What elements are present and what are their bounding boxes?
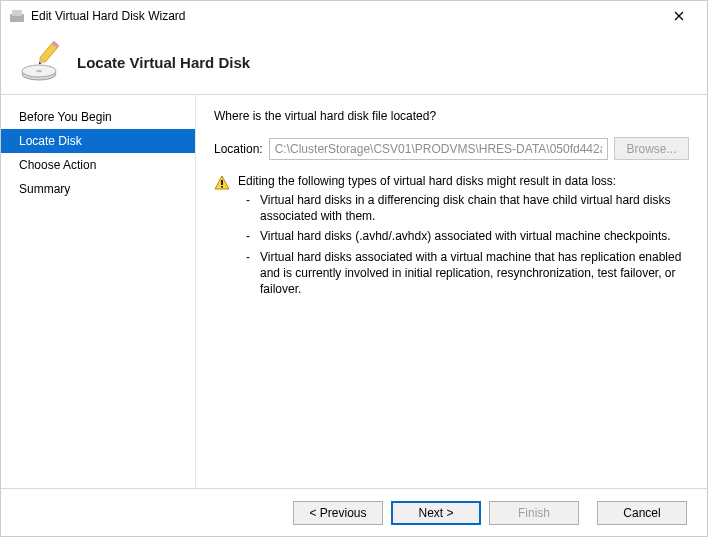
warning-item: Virtual hard disks associated with a vir… [246,249,689,298]
warning-text: Editing the following types of virtual h… [238,174,689,301]
svg-rect-10 [221,180,223,185]
wizard-footer: < Previous Next > Finish Cancel [1,488,707,536]
svg-rect-1 [12,10,22,16]
close-button[interactable] [659,2,699,30]
wizard-header: Locate Virtual Hard Disk [1,31,707,95]
app-icon [9,8,25,24]
window-title: Edit Virtual Hard Disk Wizard [31,9,659,23]
warning-item: Virtual hard disks in a differencing dis… [246,192,689,224]
warning-intro: Editing the following types of virtual h… [238,174,616,188]
warning-list: Virtual hard disks in a differencing dis… [238,192,689,297]
warning-icon [214,175,230,191]
prompt-text: Where is the virtual hard disk file loca… [214,109,689,123]
wizard-content: Where is the virtual hard disk file loca… [196,95,707,488]
sidebar-item-choose-action[interactable]: Choose Action [1,153,195,177]
sidebar-item-locate-disk[interactable]: Locate Disk [1,129,195,153]
location-label: Location: [214,142,263,156]
location-input[interactable] [269,138,608,160]
sidebar-item-before-you-begin[interactable]: Before You Begin [1,105,195,129]
disk-edit-icon [19,41,63,85]
finish-button: Finish [489,501,579,525]
svg-point-4 [36,69,42,71]
warning-item: Virtual hard disks (.avhd/.avhdx) associ… [246,228,689,244]
next-button[interactable]: Next > [391,501,481,525]
page-title: Locate Virtual Hard Disk [77,54,250,71]
wizard-body: Before You Begin Locate Disk Choose Acti… [1,95,707,488]
wizard-sidebar: Before You Begin Locate Disk Choose Acti… [1,95,196,488]
warning-block: Editing the following types of virtual h… [214,174,689,301]
svg-rect-11 [221,186,223,188]
browse-button: Browse... [614,137,689,160]
cancel-button[interactable]: Cancel [597,501,687,525]
location-row: Location: Browse... [214,137,689,160]
wizard-window: Edit Virtual Hard Disk Wizard Locate Vir… [0,0,708,537]
previous-button[interactable]: < Previous [293,501,383,525]
titlebar: Edit Virtual Hard Disk Wizard [1,1,707,31]
sidebar-item-summary[interactable]: Summary [1,177,195,201]
